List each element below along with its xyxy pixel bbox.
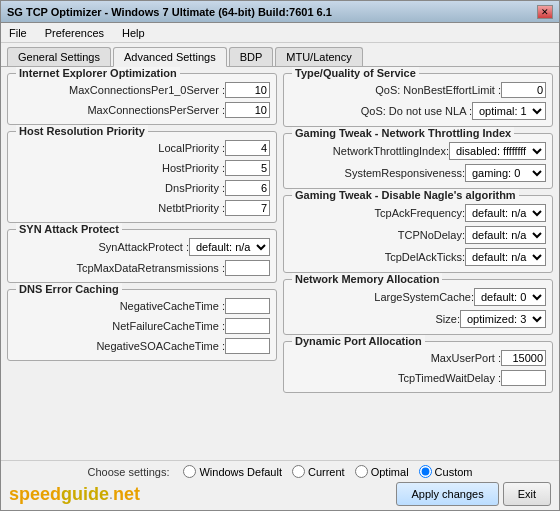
host-resolution-group: Host Resolution Priority LocalPriority :… [7, 131, 277, 223]
tab-bdp[interactable]: BDP [229, 47, 274, 66]
size-select[interactable]: optimized: 3 0 1 2 3 [460, 310, 546, 328]
max-connections-10server-input[interactable] [225, 82, 270, 98]
dns-priority-row: DnsPriority : [14, 180, 270, 196]
max-connections-server-label: MaxConnectionsPerServer : [14, 104, 225, 116]
port-allocation-title: Dynamic Port Allocation [292, 335, 425, 347]
nagle-group: Gaming Tweak - Disable Nagle's algorithm… [283, 195, 553, 273]
syn-attack-protect-select[interactable]: default: n/a 0 1 2 [189, 238, 270, 256]
qos-non-best-effort-input[interactable] [501, 82, 546, 98]
tcp-timed-wait-delay-row: TcpTimedWaitDelay : [290, 370, 546, 386]
tab-advanced-settings[interactable]: Advanced Settings [113, 47, 227, 67]
settings-choice-row: Choose settings: Windows Default Current… [9, 465, 551, 478]
radio-windows-default-input[interactable] [183, 465, 196, 478]
local-priority-input[interactable] [225, 140, 270, 156]
tab-mtu-latency[interactable]: MTU/Latency [275, 47, 362, 66]
nagle-group-title: Gaming Tweak - Disable Nagle's algorithm [292, 189, 519, 201]
tcp-timed-wait-delay-label: TcpTimedWaitDelay : [290, 372, 501, 384]
host-priority-input[interactable] [225, 160, 270, 176]
exit-button[interactable]: Exit [503, 482, 551, 506]
radio-current-label: Current [308, 466, 345, 478]
radio-optimal-label: Optimal [371, 466, 409, 478]
radio-custom-input[interactable] [419, 465, 432, 478]
tabs-bar: General Settings Advanced Settings BDP M… [1, 43, 559, 67]
tcp-del-ack-ticks-select[interactable]: default: n/a 0 1 2 [465, 248, 546, 266]
action-buttons: Apply changes Exit [396, 482, 551, 506]
throttling-group-title: Gaming Tweak - Network Throttling Index [292, 127, 514, 139]
radio-custom[interactable]: Custom [419, 465, 473, 478]
system-responsiveness-row: SystemResponsiveness: gaming: 0 default:… [290, 164, 546, 182]
tcp-del-ack-ticks-label: TcpDelAckTicks: [290, 251, 465, 263]
left-column: Internet Explorer Optimization MaxConnec… [7, 73, 277, 454]
throttling-group: Gaming Tweak - Network Throttling Index … [283, 133, 553, 189]
close-button[interactable]: ✕ [537, 5, 553, 19]
menubar: File Preferences Help [1, 23, 559, 43]
netbt-priority-input[interactable] [225, 200, 270, 216]
menu-help[interactable]: Help [118, 25, 149, 41]
max-user-port-input[interactable] [501, 350, 546, 366]
syn-attack-protect-row: SynAttackProtect : default: n/a 0 1 2 [14, 238, 270, 256]
negative-cache-time-label: NegativeCacheTime : [14, 300, 225, 312]
negative-cache-time-input[interactable] [225, 298, 270, 314]
ie-group-title: Internet Explorer Optimization [16, 67, 180, 79]
bottom-bar: Choose settings: Windows Default Current… [1, 460, 559, 510]
qos-no-nla-label: QoS: Do not use NLA : [290, 105, 472, 117]
dns-priority-label: DnsPriority : [14, 182, 225, 194]
tcp-ack-frequency-label: TcpAckFrequency: [290, 207, 465, 219]
host-resolution-title: Host Resolution Priority [16, 125, 148, 137]
port-allocation-group: Dynamic Port Allocation MaxUserPort : Tc… [283, 341, 553, 393]
tab-content: Internet Explorer Optimization MaxConnec… [1, 67, 559, 460]
tcp-timed-wait-delay-input[interactable] [501, 370, 546, 386]
action-row: speed guide . net Apply changes Exit [9, 482, 551, 506]
qos-no-nla-select[interactable]: optimal: 1 0 1 [472, 102, 546, 120]
tcp-max-retransmissions-label: TcpMaxDataRetransmissions : [14, 262, 225, 274]
negative-soa-cache-time-input[interactable] [225, 338, 270, 354]
apply-changes-button[interactable]: Apply changes [396, 482, 498, 506]
negative-soa-cache-time-label: NegativeSOACacheTime : [14, 340, 225, 352]
brand-logo: speed guide . net [9, 484, 140, 505]
radio-windows-default[interactable]: Windows Default [183, 465, 282, 478]
dns-priority-input[interactable] [225, 180, 270, 196]
menu-preferences[interactable]: Preferences [41, 25, 108, 41]
tcp-max-retransmissions-input[interactable] [225, 260, 270, 276]
choose-settings-label: Choose settings: [88, 466, 170, 478]
qos-no-nla-row: QoS: Do not use NLA : optimal: 1 0 1 [290, 102, 546, 120]
dns-error-caching-group: DNS Error Caching NegativeCacheTime : Ne… [7, 289, 277, 361]
max-connections-10server-label: MaxConnectionsPer1_0Server : [14, 84, 225, 96]
radio-optimal[interactable]: Optimal [355, 465, 409, 478]
net-failure-cache-time-input[interactable] [225, 318, 270, 334]
radio-custom-label: Custom [435, 466, 473, 478]
netbt-priority-row: NetbtPriority : [14, 200, 270, 216]
radio-optimal-input[interactable] [355, 465, 368, 478]
tcp-ack-frequency-row: TcpAckFrequency: default: n/a 0 1 2 [290, 204, 546, 222]
large-system-cache-row: LargeSystemCache: default: 0 0 1 [290, 288, 546, 306]
max-connections-server-row: MaxConnectionsPerServer : [14, 102, 270, 118]
window-title: SG TCP Optimizer - Windows 7 Ultimate (6… [7, 6, 332, 18]
qos-non-best-effort-label: QoS: NonBestEffortLimit : [290, 84, 501, 96]
tcp-max-retransmissions-row: TcpMaxDataRetransmissions : [14, 260, 270, 276]
brand-guide-text: guide [61, 484, 109, 505]
network-throttling-index-select[interactable]: disabled: ffffffff default: n/a 10 20 [449, 142, 546, 160]
system-responsiveness-select[interactable]: gaming: 0 default: n/a 10 20 [465, 164, 546, 182]
tab-general-settings[interactable]: General Settings [7, 47, 111, 66]
brand-speed-text: speed [9, 484, 61, 505]
max-user-port-label: MaxUserPort : [290, 352, 501, 364]
qos-group-title: Type/Quality of Service [292, 67, 419, 79]
tcp-ack-frequency-select[interactable]: default: n/a 0 1 2 [465, 204, 546, 222]
radio-current-input[interactable] [292, 465, 305, 478]
main-window: SG TCP Optimizer - Windows 7 Ultimate (6… [0, 0, 560, 511]
local-priority-row: LocalPriority : [14, 140, 270, 156]
brand-net-text: net [113, 484, 140, 505]
negative-soa-cache-time-row: NegativeSOACacheTime : [14, 338, 270, 354]
large-system-cache-select[interactable]: default: 0 0 1 [474, 288, 546, 306]
syn-attack-protect-label: SynAttackProtect : [14, 241, 189, 253]
dns-error-caching-title: DNS Error Caching [16, 283, 122, 295]
tcp-no-delay-label: TCPNoDelay: [290, 229, 465, 241]
radio-current[interactable]: Current [292, 465, 345, 478]
network-throttling-index-row: NetworkThrottlingIndex: disabled: ffffff… [290, 142, 546, 160]
syn-attack-group: SYN Attack Protect SynAttackProtect : de… [7, 229, 277, 283]
menu-file[interactable]: File [5, 25, 31, 41]
radio-windows-default-label: Windows Default [199, 466, 282, 478]
tcp-no-delay-select[interactable]: default: n/a 0 1 [465, 226, 546, 244]
max-connections-server-input[interactable] [225, 102, 270, 118]
size-label: Size: [290, 313, 460, 325]
